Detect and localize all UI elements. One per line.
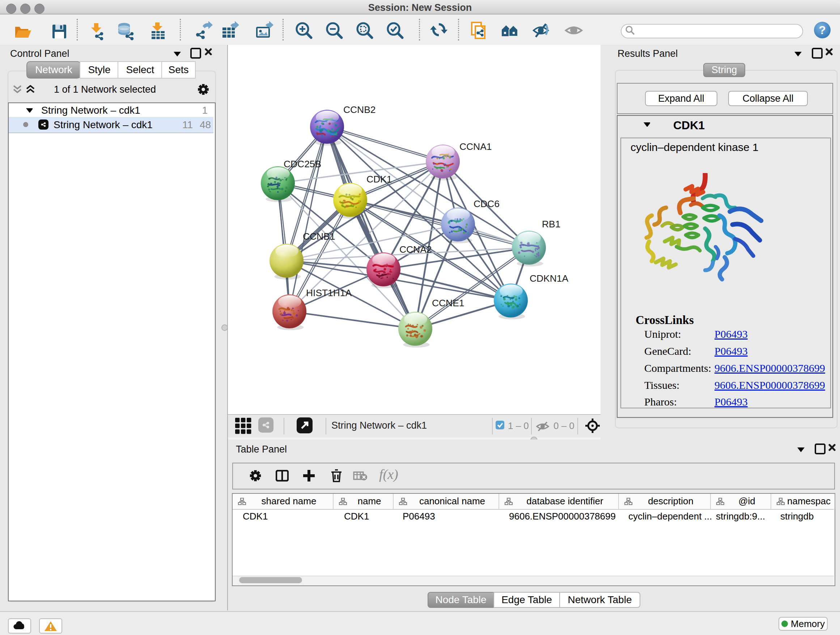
svg-text:CDK1: CDK1 (366, 174, 392, 185)
svg-text:CCNE1: CCNE1 (432, 298, 464, 309)
svg-text:CDC6: CDC6 (474, 198, 500, 209)
svg-text:CCNA2: CCNA2 (399, 244, 431, 255)
svg-text:HIST1H1A: HIST1H1A (306, 287, 352, 298)
svg-text:RB1: RB1 (542, 219, 561, 230)
svg-text:CDC25B: CDC25B (284, 158, 321, 169)
svg-text:CDKN1A: CDKN1A (530, 273, 568, 284)
svg-text:CCNA1: CCNA1 (459, 141, 492, 152)
svg-text:CCNB2: CCNB2 (343, 104, 376, 115)
svg-text:CCNB1: CCNB1 (303, 231, 335, 242)
